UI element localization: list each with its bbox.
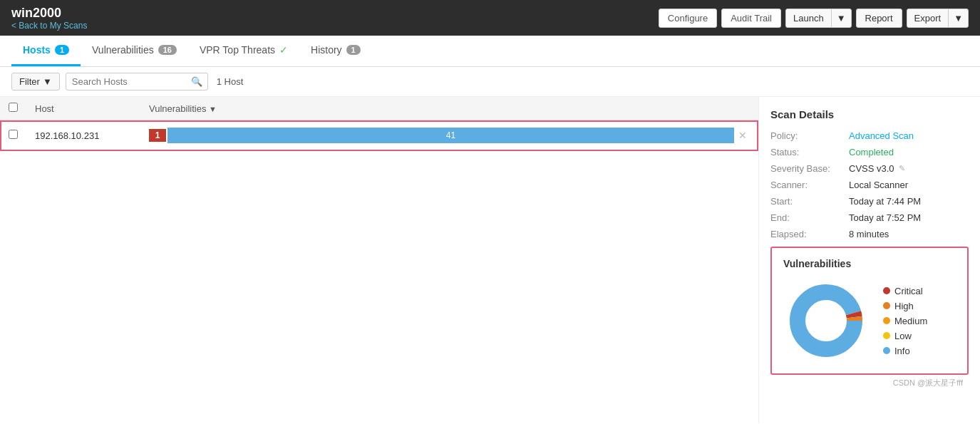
row-vulnerabilities: 1 41 ✕	[140, 120, 758, 151]
severity-base-value: CVSS v3.0 ✎	[849, 163, 905, 174]
row-host: 192.168.10.231	[26, 120, 140, 151]
launch-label[interactable]: Launch	[786, 9, 832, 27]
tab-vpr-top-threats[interactable]: VPR Top Threats ✓	[188, 36, 299, 66]
low-dot	[883, 332, 890, 339]
search-icon: 🔍	[191, 76, 202, 87]
bar-value: 41	[446, 130, 455, 140]
high-label: High	[894, 301, 914, 311]
filter-button[interactable]: Filter ▼	[11, 73, 60, 91]
start-value: Today at 7:44 PM	[849, 196, 921, 207]
table-row[interactable]: 192.168.10.231 1 41 ✕	[0, 120, 758, 151]
filter-label: Filter	[19, 76, 40, 87]
tab-vpr-label: VPR Top Threats	[200, 44, 275, 56]
filter-bar: Filter ▼ 🔍 1 Host	[0, 67, 980, 97]
critical-dot	[883, 287, 890, 294]
legend-critical: Critical	[883, 286, 927, 296]
policy-label: Policy:	[770, 130, 849, 141]
legend-low: Low	[883, 331, 927, 341]
low-label: Low	[894, 331, 912, 341]
detail-scanner: Scanner: Local Scanner	[770, 180, 969, 190]
hosts-table: Host Vulnerabilities ▼ 192.168.10.231	[0, 97, 758, 151]
legend-high: High	[883, 301, 927, 311]
tab-vulnerabilities-badge: 16	[158, 45, 177, 55]
status-value: Completed	[849, 147, 894, 157]
watermark: CSDN @派大星子fff	[770, 375, 969, 391]
info-label: Info	[894, 346, 910, 356]
end-label: End:	[770, 212, 849, 223]
info-dot	[883, 347, 890, 354]
policy-link[interactable]: Advanced Scan	[849, 130, 914, 141]
vulnerabilities-chart-box: Vulnerabilities	[770, 247, 969, 375]
vuln-chart-title: Vulnerabilities	[783, 258, 956, 269]
elapsed-value: 8 minutes	[849, 229, 889, 239]
export-label[interactable]: Export	[907, 9, 949, 27]
configure-button[interactable]: Configure	[659, 9, 717, 28]
tab-hosts[interactable]: Hosts 1	[11, 36, 81, 66]
elapsed-label: Elapsed:	[770, 229, 849, 239]
medium-label: Medium	[894, 316, 927, 326]
start-label: Start:	[770, 196, 849, 207]
filter-caret-icon: ▼	[43, 76, 52, 87]
top-bar: win2000 < Back to My Scans Configure Aud…	[0, 0, 980, 36]
table-area: Host Vulnerabilities ▼ 192.168.10.231	[0, 97, 759, 423]
header-checkbox-cell	[0, 97, 26, 120]
host-count: 1 Host	[217, 76, 244, 87]
detail-policy: Policy: Advanced Scan	[770, 130, 969, 141]
select-all-checkbox[interactable]	[9, 103, 18, 112]
delete-row-icon[interactable]: ✕	[736, 130, 750, 141]
donut-svg	[783, 278, 869, 363]
header-vulnerabilities[interactable]: Vulnerabilities ▼	[140, 97, 758, 120]
legend-medium: Medium	[883, 316, 927, 326]
policy-value: Advanced Scan	[849, 130, 914, 141]
scanner-value: Local Scanner	[849, 180, 908, 190]
vuln-chart-content: Critical High Medium Low	[783, 278, 956, 363]
severity-base-label: Severity Base:	[770, 163, 849, 174]
blue-bar: 41	[167, 128, 734, 143]
scan-details-panel: Scan Details Policy: Advanced Scan Statu…	[759, 97, 980, 423]
launch-caret-icon[interactable]: ▼	[832, 9, 851, 27]
export-button[interactable]: Export ▼	[907, 9, 969, 28]
vuln-bar: 1 41 ✕	[149, 128, 750, 143]
row-checkbox[interactable]	[9, 130, 18, 139]
status-label: Status:	[770, 147, 849, 157]
export-caret-icon[interactable]: ▼	[949, 9, 968, 27]
end-value: Today at 7:52 PM	[849, 212, 921, 223]
report-button[interactable]: Report	[856, 9, 902, 28]
high-dot	[883, 302, 890, 309]
tabs-bar: Hosts 1 Vulnerabilities 16 VPR Top Threa…	[0, 36, 980, 67]
detail-status: Status: Completed	[770, 147, 969, 157]
main-content: Host Vulnerabilities ▼ 192.168.10.231	[0, 97, 980, 423]
audit-trail-button[interactable]: Audit Trail	[721, 9, 781, 28]
tab-hosts-label: Hosts	[23, 44, 51, 56]
vuln-legend: Critical High Medium Low	[883, 286, 927, 356]
donut-hole	[806, 301, 846, 341]
page-title: win2000	[11, 6, 87, 21]
top-bar-left: win2000 < Back to My Scans	[11, 6, 87, 31]
back-link[interactable]: < Back to My Scans	[11, 21, 87, 31]
tab-vulnerabilities-label: Vulnerabilities	[92, 44, 154, 56]
scanner-label: Scanner:	[770, 180, 849, 190]
donut-chart	[783, 278, 869, 363]
scan-details-title: Scan Details	[770, 108, 969, 120]
medium-dot	[883, 317, 890, 324]
detail-start: Start: Today at 7:44 PM	[770, 196, 969, 207]
row-checkbox-cell	[0, 120, 26, 151]
detail-elapsed: Elapsed: 8 minutes	[770, 229, 969, 239]
header-host: Host	[26, 97, 140, 120]
legend-info: Info	[883, 346, 927, 356]
tab-hosts-badge: 1	[55, 45, 69, 55]
search-wrapper: 🔍	[66, 73, 208, 91]
table-header-row: Host Vulnerabilities ▼	[0, 97, 758, 120]
edit-severity-icon[interactable]: ✎	[899, 164, 905, 173]
tab-vulnerabilities[interactable]: Vulnerabilities 16	[81, 36, 188, 66]
tab-history[interactable]: History 1	[299, 36, 372, 66]
sort-arrow-icon: ▼	[209, 105, 217, 113]
top-bar-actions: Configure Audit Trail Launch ▼ Report Ex…	[659, 9, 969, 28]
search-input[interactable]	[66, 73, 208, 91]
launch-button[interactable]: Launch ▼	[785, 9, 852, 28]
critical-label: Critical	[894, 286, 923, 296]
tab-history-label: History	[311, 44, 342, 56]
vpr-check-icon: ✓	[279, 44, 288, 56]
detail-end: End: Today at 7:52 PM	[770, 212, 969, 223]
detail-severity-base: Severity Base: CVSS v3.0 ✎	[770, 163, 969, 174]
